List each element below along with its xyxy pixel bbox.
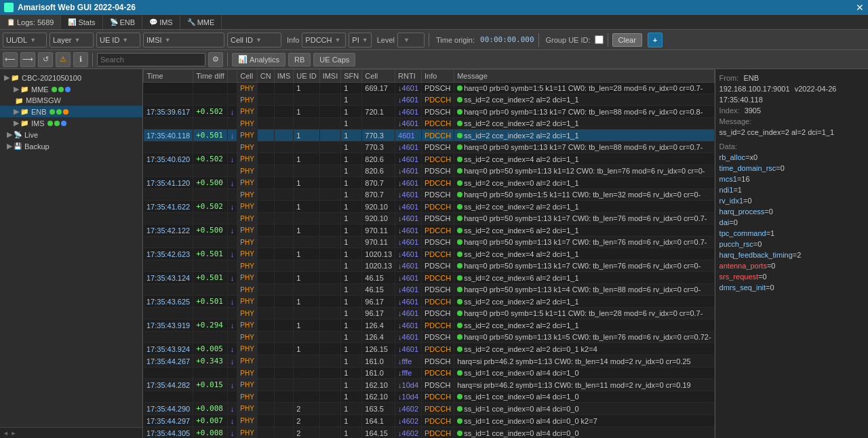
tab-logs[interactable]: 📋 Logs: 5689 — [0, 15, 61, 29]
table-row[interactable]: PHY 1 ↓4601 PDCCH ss_id=2 cce_index=2 al… — [144, 94, 714, 106]
pdcch-select[interactable]: PDCCH ▼ — [302, 33, 346, 47]
table-row[interactable]: PHY 1 870.7 ↓4601 PDSCH harq=0 prb=50 sy… — [144, 189, 714, 201]
td-diff: +0.008 — [193, 403, 228, 415]
tab-enb[interactable]: 📡 ENB — [103, 15, 143, 29]
data-field-value: =0 — [758, 273, 767, 281]
td-time — [144, 142, 193, 153]
td-rnti: ↓4601 — [395, 213, 422, 224]
analytics-button[interactable]: 📊 Analytics — [232, 53, 285, 66]
tree-mme[interactable]: ▶ 📁 MME — [0, 83, 142, 95]
table-row[interactable]: 17:35:42.122 +0.500 ↓ PHY 1 1 970.11 ↓46… — [144, 224, 714, 237]
info-button[interactable]: ℹ — [73, 52, 88, 67]
table-row[interactable]: PHY 1 126.4 ↓4601 PDSCH harq=0 prb=50 sy… — [144, 332, 714, 343]
table-row[interactable]: PHY 1 46.15 ↓4601 PDSCH harq=0 prb=50 sy… — [144, 284, 714, 296]
table-row[interactable]: PHY 1 96.17 ↓4601 PDSCH harq=0 prb=0 sym… — [144, 308, 714, 319]
backup-icon: 💾 — [14, 142, 22, 150]
td-diff — [193, 391, 228, 403]
nav-forward-button[interactable]: ⟶ — [20, 52, 35, 67]
td-msg: ss_id=2 cce_index=6 al=2 dci=1_1 — [454, 224, 714, 237]
table-row[interactable]: 17:35:44.290 +0.008 ↓ PHY 2 1 163.5 ↓460… — [144, 403, 714, 415]
table-row[interactable]: 17:35:43.924 +0.005 ↓ PHY 1 1 126.15 ↓46… — [144, 343, 714, 355]
td-arrow: ↓ — [227, 427, 237, 439]
table-row[interactable]: PHY 1 1 669.17 ↓4601 PDSCH harq=0 prb=0 … — [144, 83, 714, 94]
table-row[interactable]: PHY 1 162.10 ↓10d4 PDCCH ss_id=1 cce_ind… — [144, 391, 714, 403]
mme-icon: 🔧 — [187, 18, 195, 26]
table-row[interactable]: PHY 1 970.11 ↓4601 PDSCH harq=0 prb=50 s… — [144, 237, 714, 248]
filter-icon-button[interactable]: ⚙ — [208, 52, 223, 67]
table-row[interactable]: 17:35:41.622 +0.502 ↓ PHY 1 1 920.10 ↓46… — [144, 201, 714, 213]
td-cn — [257, 94, 274, 106]
table-row[interactable]: 17:35:40.620 +0.502 ↓ PHY 1 1 820.6 ↓460… — [144, 153, 714, 165]
table-container[interactable]: Time Time diff Cell CN IMS UE ID IMSI SF… — [143, 69, 714, 438]
group-ue-id-checkbox[interactable] — [595, 35, 604, 44]
cell-id-select[interactable]: Cell ID ▼ — [227, 33, 281, 47]
data-fields-container: rb_alloc=x0time_domain_rsc=0mcs1=16ndi1=… — [719, 153, 864, 293]
msg-text: ss_id=2 cce_index=6 al=2 dci=1_1 — [464, 274, 578, 282]
add-button[interactable]: + — [648, 33, 663, 47]
table-row[interactable]: PHY 1 770.3 ↓4601 PDSCH harq=0 prb=0 sym… — [144, 142, 714, 153]
uldl-select[interactable]: UL/DL ▼ — [3, 33, 47, 47]
td-sfn: 1 — [341, 415, 362, 427]
td-imsi — [319, 83, 341, 94]
layer-select[interactable]: Layer ▼ — [50, 33, 94, 47]
data-field-key: dmrs_seq_init — [719, 283, 766, 292]
ims-status-2 — [54, 121, 60, 126]
table-row[interactable]: 17:35:44.267 +0.343 ↓ PHY 1 161.0 ↓fffe … — [144, 355, 714, 367]
enb-icon: 📡 — [110, 18, 118, 26]
data-field-value: =16 — [737, 175, 750, 183]
msg-text: ss_id=1 cce_index=0 al=4 dci=0_0 — [464, 405, 578, 413]
table-row[interactable]: PHY 1 161.0 ↓fffe PDCCH ss_id=1 cce_inde… — [144, 367, 714, 379]
table-row[interactable]: 17:35:42.623 +0.501 ↓ PHY 1 1 1020.13 ↓4… — [144, 248, 714, 260]
refresh-button[interactable]: ↺ — [38, 52, 53, 67]
tree-backup[interactable]: ▶ 💾 Backup — [0, 140, 142, 152]
td-cell: PHY — [237, 213, 258, 224]
nav-back-button[interactable]: ⟵ — [3, 52, 18, 67]
close-button[interactable]: ✕ — [856, 2, 864, 13]
imsi-select[interactable]: IMSI ▼ — [143, 33, 224, 47]
td-ims — [274, 343, 294, 355]
search-input[interactable] — [97, 53, 205, 66]
td-cn — [257, 391, 274, 403]
tree-live[interactable]: ▶ 📡 Live — [0, 129, 142, 140]
rb-button[interactable]: RB — [288, 53, 311, 66]
clear-button[interactable]: Clear — [612, 33, 642, 47]
pi-select[interactable]: PI ▼ — [349, 33, 371, 47]
table-row[interactable]: 17:35:44.305 +0.008 ↓ PHY 2 1 164.15 ↓46… — [144, 427, 714, 439]
td-info: PDCCH — [422, 296, 454, 308]
td-arrow: ↓ — [227, 106, 237, 118]
tree-ims[interactable]: ▶ 📁 IMS — [0, 117, 142, 129]
ue-id-select[interactable]: UE ID ▼ — [96, 33, 140, 47]
table-row[interactable]: 17:35:43.625 +0.501 ↓ PHY 1 1 96.17 ↓460… — [144, 296, 714, 308]
table-row[interactable]: 17:35:43.919 +0.294 ↓ PHY 1 1 126.4 ↓460… — [144, 319, 714, 332]
td-cn — [257, 224, 274, 237]
warning-button[interactable]: ⚠ — [56, 52, 71, 67]
td-arrow — [227, 94, 237, 106]
table-row[interactable]: 17:35:43.124 +0.501 ↓ PHY 1 1 46.15 ↓460… — [144, 272, 714, 284]
table-row[interactable]: 17:35:41.120 +0.500 ↓ PHY 1 1 870.7 ↓460… — [144, 177, 714, 189]
td-rnti: ↓4601 — [395, 189, 422, 201]
table-row[interactable]: PHY 1 ↓4601 PDCCH ss_id=2 cce_index=2 al… — [144, 118, 714, 130]
tree-enb[interactable]: ▶ 📁 ENB — [0, 106, 142, 117]
tree-root[interactable]: ▶ 📁 CBC-2021050100 — [0, 72, 142, 83]
tree-mbmsgw[interactable]: 📁 MBMSGW — [0, 95, 142, 106]
table-row[interactable]: PHY 1 1020.13 ↓4601 PDSCH harq=0 prb=50 … — [144, 260, 714, 272]
tab-ims[interactable]: 💬 IMS — [142, 15, 180, 29]
msg-dot — [457, 97, 462, 102]
td-sfn: 1 — [341, 296, 362, 308]
tab-stats[interactable]: 📊 Stats — [61, 15, 102, 29]
table-row[interactable]: PHY 1 820.6 ↓4601 PDSCH harq=0 prb=50 sy… — [144, 165, 714, 177]
td-msg: ss_id=2 cce_index=2 al=2 dci=1_1 — [454, 130, 714, 142]
table-row[interactable]: 17:35:44.297 +0.007 ↓ PHY 2 1 164.1 ↓460… — [144, 415, 714, 427]
enb-status-1 — [50, 109, 55, 115]
table-row[interactable]: 17:35:44.282 +0.015 ↓ PHY 1 162.10 ↓10d4… — [144, 379, 714, 391]
table-row[interactable]: 17:35:40.118 +0.501 ↓ PHY 1 1 770.3 4601… — [144, 130, 714, 142]
ue-caps-button[interactable]: UE Caps — [313, 53, 355, 66]
table-row[interactable]: 17:35:39.617 +0.502 ↓ PHY 1 1 720.1 ↓460… — [144, 106, 714, 118]
data-field-line: rb_alloc=x0 — [719, 153, 864, 163]
level-select[interactable]: ▼ — [397, 33, 425, 47]
tab-mme[interactable]: 🔧 MME — [180, 15, 222, 29]
table-row[interactable]: PHY 1 920.10 ↓4601 PDSCH harq=0 prb=50 s… — [144, 213, 714, 224]
td-time — [144, 284, 193, 296]
msg-text: harq=0 prb=50 symb=1:13 k1=7 CW0: tb_len… — [464, 214, 707, 222]
right-panel-data: Data: rb_alloc=x0time_domain_rsc=0mcs1=1… — [719, 142, 864, 293]
